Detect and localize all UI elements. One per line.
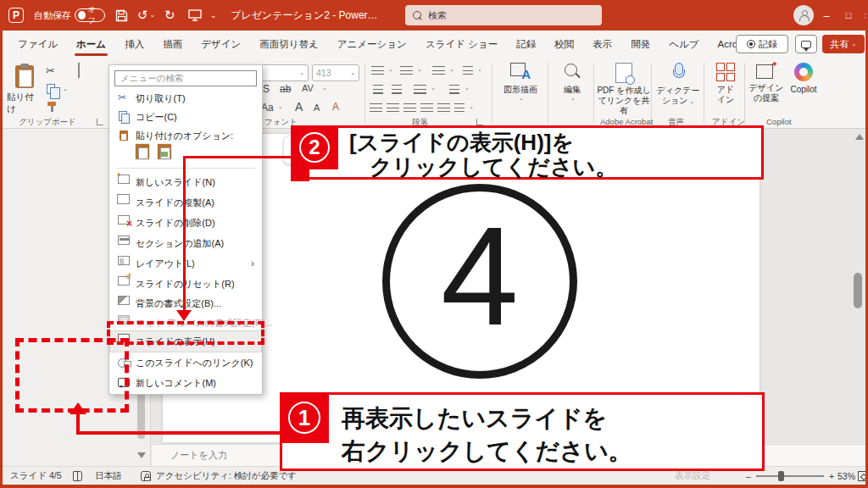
bullets-button[interactable]: [371, 66, 384, 75]
tab-view[interactable]: 表示: [583, 30, 621, 58]
cut-icon[interactable]: ✂: [46, 64, 55, 77]
main-scroll-up-icon[interactable]: [855, 134, 864, 140]
menu-item-duplicate-slide[interactable]: スライドの複製(A): [110, 193, 261, 212]
redo-button[interactable]: ↻: [164, 0, 175, 30]
increase-indent-button[interactable]: [392, 85, 402, 94]
paste-button[interactable]: 貼り付け ⌄: [7, 63, 42, 122]
reset-slide-icon: [118, 276, 130, 286]
align-center-button[interactable]: [387, 103, 399, 113]
menu-item-new-slide[interactable]: 新しいスライド(N): [110, 173, 261, 191]
format-painter-icon[interactable]: [47, 102, 57, 112]
font-name-combo[interactable]: ⌄: [259, 64, 309, 81]
editing-button[interactable]: 編集⌄: [553, 63, 592, 102]
justify-button[interactable]: [420, 103, 433, 113]
minimize-button[interactable]: –: [817, 0, 836, 30]
convert-smartart-button[interactable]: [449, 85, 459, 94]
save-icon[interactable]: [115, 0, 128, 30]
new-slide-button-partial[interactable]: [78, 63, 108, 122]
character-spacing-button[interactable]: AV: [302, 83, 314, 93]
align-right-button[interactable]: [403, 103, 416, 113]
dictate-button[interactable]: ディクテー ション⌄: [654, 63, 702, 107]
text-direction-button[interactable]: [463, 66, 473, 75]
create-pdf-button[interactable]: PDF を作成してリンクを共有: [597, 63, 651, 116]
change-case-button[interactable]: Aa: [261, 102, 274, 114]
line-spacing-button[interactable]: [432, 66, 445, 75]
font-size-combo[interactable]: 413⌄: [312, 64, 359, 81]
paste-keep-formatting-icon[interactable]: [135, 143, 150, 160]
designer-button[interactable]: デザインの提案: [748, 63, 785, 103]
menu-item-add-section[interactable]: セクションの追加(A): [110, 234, 261, 252]
paragraph-dialog-launcher[interactable]: [476, 119, 483, 125]
tab-slideshow[interactable]: スライド ショー: [416, 30, 507, 58]
text-box-button[interactable]: [454, 103, 465, 113]
main-scrollbar-thumb[interactable]: [854, 273, 862, 308]
addins-button[interactable]: アドイン: [709, 63, 743, 105]
zoom-slider-thumb[interactable]: [778, 471, 784, 481]
undo-button[interactable]: ↺⌄: [137, 0, 155, 30]
menu-item-new-comment[interactable]: 新しいコメント(M): [110, 374, 261, 392]
align-text-button[interactable]: [414, 85, 426, 94]
grow-font-button[interactable]: A: [295, 100, 303, 114]
columns-button[interactable]: [437, 103, 450, 113]
zoom-level[interactable]: 53%: [837, 467, 855, 485]
tab-review[interactable]: 校閲: [545, 30, 583, 58]
autosave-toggle[interactable]: オフ: [75, 0, 105, 30]
menu-item-copy[interactable]: コピー(C): [110, 108, 261, 126]
comments-button[interactable]: [795, 35, 817, 53]
new-slide-icon: [118, 175, 130, 184]
tab-file[interactable]: ファイル: [8, 30, 67, 58]
shrink-font-button[interactable]: A: [314, 103, 320, 113]
highlight-dashed-box-show-slide: [107, 321, 264, 345]
menu-item-cut[interactable]: 切り取り(T): [110, 89, 261, 108]
layout-icon: [118, 256, 130, 265]
paste-as-picture-icon[interactable]: [157, 143, 172, 160]
menu-item-reset-slide[interactable]: スライドのリセット(R): [110, 274, 261, 293]
accessibility-status[interactable]: アクセシビリティ: 検討が必要です: [156, 467, 297, 485]
tab-record[interactable]: 記録: [507, 30, 545, 58]
menu-item-link-to-slide[interactable]: このスライドへのリンク(K): [110, 353, 261, 372]
tab-animations[interactable]: アニメーション: [328, 30, 416, 58]
menu-item-delete-slide[interactable]: スライドの削除(D): [110, 214, 261, 232]
share-button[interactable]: 共有⌄: [822, 35, 865, 53]
decrease-indent-button[interactable]: [373, 85, 383, 94]
strikethrough-button[interactable]: S: [263, 83, 270, 95]
tab-developer[interactable]: 開発: [621, 30, 659, 58]
clipboard-icon: [15, 65, 34, 88]
clear-formatting-button[interactable]: A: [332, 101, 339, 113]
zoom-slider[interactable]: [756, 467, 824, 485]
numbering-button[interactable]: [400, 66, 413, 75]
spacing-chevron[interactable]: ⌄: [322, 85, 327, 92]
record-button[interactable]: 記録: [736, 35, 788, 53]
menu-item-layout[interactable]: レイアウト(L)›: [110, 254, 261, 273]
tab-design[interactable]: デザイン: [192, 30, 250, 58]
step1-line1: 再表示したいスライドを: [342, 402, 632, 435]
maximize-button[interactable]: □: [839, 0, 858, 30]
quick-access-chevron[interactable]: ⌄: [210, 0, 217, 30]
window-frame-bottom: [0, 485, 868, 488]
drawing-button[interactable]: 図形描画⌄: [497, 63, 544, 102]
account-avatar[interactable]: [793, 5, 814, 25]
spellcheck-icon[interactable]: [73, 467, 82, 485]
tab-home[interactable]: ホーム: [67, 30, 115, 58]
copy-chevron[interactable]: ⌄: [63, 86, 68, 92]
zoom-in-button[interactable]: +: [829, 467, 834, 485]
powerpoint-icon[interactable]: P: [8, 0, 27, 30]
language-indicator[interactable]: 日本語: [95, 467, 122, 485]
copy-icon[interactable]: [47, 84, 55, 94]
tab-help[interactable]: ヘルプ: [659, 30, 708, 58]
tab-transitions[interactable]: 画面切り替え: [250, 30, 328, 58]
add-section-icon: [118, 236, 130, 245]
step1-badge: 1: [280, 392, 329, 443]
tab-insert[interactable]: 挿入: [115, 30, 153, 58]
menu-search-input[interactable]: メニューの検索: [114, 70, 257, 86]
share-chevron: ⌄: [852, 41, 857, 47]
slideshow-icon[interactable]: [188, 0, 202, 30]
double-strikethrough-button[interactable]: ab: [280, 83, 291, 95]
align-left-button[interactable]: [370, 103, 382, 113]
case-chevron[interactable]: ⌄: [278, 103, 283, 110]
tab-draw[interactable]: 描画: [153, 30, 192, 58]
step2-line2: クリックしてください。: [370, 155, 617, 180]
copilot-button[interactable]: Copilot: [785, 63, 822, 95]
panel-scroll-down-icon[interactable]: [137, 452, 146, 458]
search-box[interactable]: 検索: [405, 5, 602, 25]
